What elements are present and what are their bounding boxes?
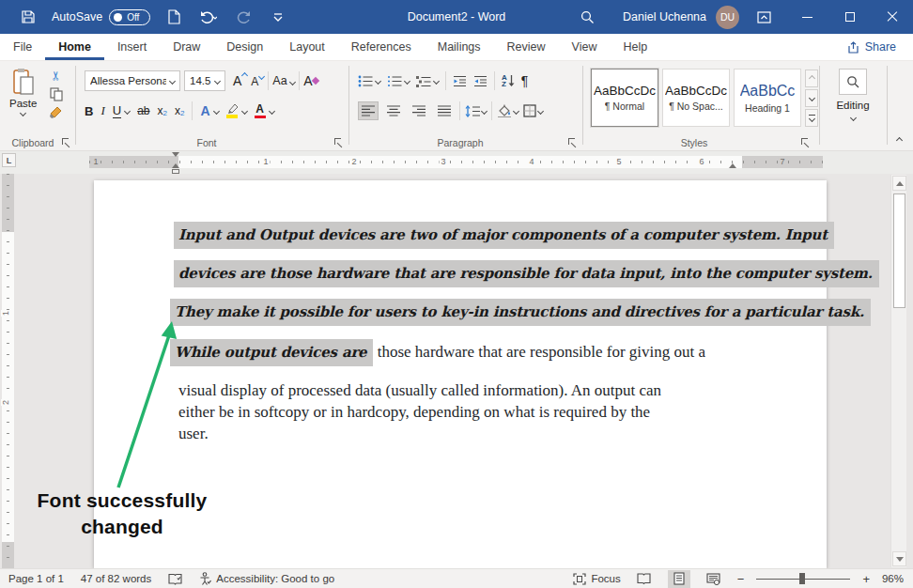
tab-mailings[interactable]: Mailings <box>425 34 494 60</box>
document-regular-line-3[interactable]: user. <box>178 425 209 443</box>
read-mode-button[interactable] <box>633 570 656 588</box>
font-color-dropdown-icon[interactable] <box>268 107 274 114</box>
text-effects-dropdown-icon[interactable] <box>212 107 219 114</box>
cut-icon[interactable]: ✂ <box>49 70 63 81</box>
underline-dropdown-icon[interactable] <box>124 107 131 114</box>
zoom-out-button[interactable]: − <box>737 572 745 586</box>
share-button[interactable]: Share <box>830 34 913 60</box>
numbering-dropdown-icon[interactable] <box>404 77 410 84</box>
first-line-indent-marker[interactable] <box>172 152 179 157</box>
styles-scroll-up-button[interactable] <box>805 70 818 87</box>
scroll-up-button[interactable] <box>892 176 906 191</box>
multilevel-list-button[interactable] <box>416 75 431 87</box>
clear-formatting-button[interactable]: A <box>303 73 318 88</box>
close-button[interactable] <box>871 0 913 34</box>
styles-scroll-down-button[interactable] <box>805 89 818 107</box>
tab-stop-selector[interactable]: L <box>2 153 16 167</box>
tab-insert[interactable]: Insert <box>104 34 160 60</box>
document-regular-line-2[interactable]: either be in softcopy or in hardcopy, de… <box>178 403 650 422</box>
collapse-ribbon-icon[interactable] <box>896 137 903 144</box>
scrollbar-thumb[interactable] <box>893 193 905 308</box>
vertical-scrollbar[interactable] <box>890 175 906 567</box>
shrink-font-button[interactable]: A <box>251 74 264 88</box>
web-layout-button[interactable] <box>703 570 725 588</box>
line-spacing-dropdown-icon[interactable] <box>481 107 487 114</box>
document-regular-line-1[interactable]: visual display of processed data (usuall… <box>178 381 661 400</box>
autosave-switch[interactable]: Off <box>109 9 150 25</box>
tab-review[interactable]: Review <box>494 34 559 60</box>
shading-dropdown-icon[interactable] <box>513 107 519 114</box>
bold-button[interactable]: B <box>85 104 93 118</box>
font-name-combo[interactable]: Allessa Personal U <box>85 70 180 91</box>
customize-quick-access-icon[interactable] <box>267 4 289 30</box>
right-indent-marker[interactable] <box>729 163 736 168</box>
style-normal[interactable]: AaBbCcDc ¶ Normal <box>591 69 658 127</box>
page-number-status[interactable]: Page 1 of 1 <box>8 573 64 584</box>
editing-button[interactable]: Editing <box>823 69 883 120</box>
line-spacing-button[interactable] <box>465 105 480 117</box>
text-effects-button[interactable]: A <box>200 103 209 118</box>
paragraph-dialog-launcher-icon[interactable] <box>568 138 577 147</box>
style-no-spacing[interactable]: AaBbCcDc ¶ No Spac... <box>662 69 730 127</box>
proofing-icon[interactable] <box>168 573 182 585</box>
subscript-button[interactable]: x2 <box>157 104 166 117</box>
hanging-indent-marker[interactable] <box>172 163 179 168</box>
numbering-button[interactable] <box>387 75 402 87</box>
word-count-status[interactable]: 47 of 82 words <box>81 573 151 584</box>
minimize-button[interactable] <box>786 0 828 34</box>
copy-icon[interactable] <box>50 87 63 101</box>
avatar[interactable]: DU <box>716 6 739 29</box>
tab-design[interactable]: Design <box>213 34 276 60</box>
search-icon[interactable] <box>576 4 598 30</box>
tab-file[interactable]: File <box>0 34 45 60</box>
highlight-dropdown-icon[interactable] <box>240 107 247 114</box>
change-case-button[interactable]: Aa <box>272 74 295 87</box>
decrease-indent-button[interactable] <box>453 75 467 87</box>
tab-references[interactable]: References <box>338 34 425 60</box>
superscript-button[interactable]: x2 <box>175 104 184 117</box>
autosave-toggle[interactable]: AutoSave Off <box>52 9 150 25</box>
borders-button[interactable] <box>523 104 536 117</box>
zoom-slider[interactable] <box>756 572 850 585</box>
grow-font-button[interactable]: A <box>233 73 247 88</box>
tab-draw[interactable]: Draw <box>160 34 213 60</box>
tab-layout[interactable]: Layout <box>276 34 338 60</box>
user-name[interactable]: Daniel Uchenna <box>623 10 706 23</box>
horizontal-ruler[interactable]: 1 1 2 3 4 5 6 7 <box>89 156 823 168</box>
style-heading-1[interactable]: AaBbCc Heading 1 <box>734 69 801 127</box>
italic-button[interactable]: I <box>101 103 104 118</box>
bullets-button[interactable] <box>358 75 373 87</box>
document-script-line-1[interactable]: Input and Output devices are two of majo… <box>174 226 834 243</box>
document-script-line-2[interactable]: devices are those hardware that are resp… <box>174 265 879 282</box>
save-icon[interactable] <box>17 4 39 30</box>
underline-button[interactable]: U <box>113 103 121 118</box>
focus-mode-button[interactable]: Focus <box>573 573 620 585</box>
align-right-button[interactable] <box>409 101 429 120</box>
font-size-combo[interactable]: 14.5 <box>184 70 225 91</box>
document-script-line-3[interactable]: They make it possible for users to key-i… <box>170 303 871 320</box>
vertical-ruler[interactable]: 1 2 <box>2 174 14 568</box>
ribbon-display-options-icon[interactable] <box>752 4 775 30</box>
styles-more-button[interactable] <box>805 109 818 127</box>
new-document-icon[interactable] <box>162 4 185 30</box>
zoom-slider-thumb[interactable] <box>799 573 805 584</box>
sort-button[interactable]: AZ <box>502 74 515 87</box>
tab-view[interactable]: View <box>559 34 611 60</box>
tab-help[interactable]: Help <box>610 34 660 60</box>
print-layout-button[interactable] <box>668 570 690 588</box>
document-mixed-line[interactable]: While output devices are those hardware … <box>170 343 705 362</box>
show-hide-pilcrow-button[interactable]: ¶ <box>521 73 529 88</box>
zoom-in-button[interactable]: + <box>862 572 870 586</box>
font-color-button[interactable]: A <box>255 103 266 119</box>
format-painter-icon[interactable] <box>49 106 63 119</box>
accessibility-status[interactable]: Accessibility: Good to go <box>199 572 334 585</box>
bullets-dropdown-icon[interactable] <box>375 77 381 84</box>
redo-button[interactable] <box>232 4 255 30</box>
strikethrough-button[interactable]: ab <box>137 104 149 117</box>
undo-button[interactable] <box>197 4 220 30</box>
align-left-button[interactable] <box>358 101 379 120</box>
font-dialog-launcher-icon[interactable] <box>334 138 343 147</box>
shading-button[interactable] <box>497 104 512 117</box>
tab-home[interactable]: Home <box>45 34 104 60</box>
highlight-button[interactable] <box>226 103 239 118</box>
